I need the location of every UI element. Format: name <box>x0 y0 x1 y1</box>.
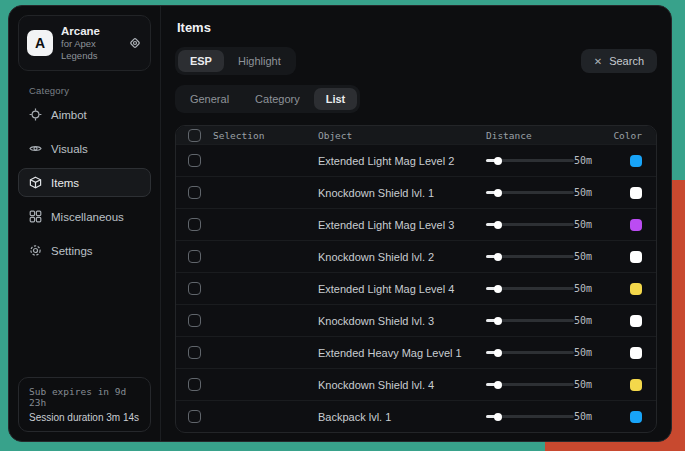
column-selection: Selection <box>213 130 264 141</box>
distance-slider[interactable] <box>486 287 574 290</box>
row-checkbox[interactable] <box>188 378 201 391</box>
subscription-card: Sub expires in 9d 23h Session duration 3… <box>18 377 151 432</box>
distance-slider[interactable] <box>486 255 574 258</box>
sidebar-item-aimbot[interactable]: Aimbot <box>18 100 151 129</box>
object-name: Extended Light Mag Level 2 <box>318 155 454 167</box>
slider-knob[interactable] <box>494 317 502 325</box>
color-swatch[interactable] <box>630 411 642 423</box>
color-swatch[interactable] <box>630 347 642 359</box>
object-name: Extended Heavy Mag Level 1 <box>318 347 462 359</box>
distance-slider[interactable] <box>486 191 574 194</box>
color-swatch[interactable] <box>630 379 642 391</box>
table-row: Extended Light Mag Level 4 50m <box>176 272 656 304</box>
distance-value: 50m <box>574 315 602 326</box>
distance-value: 50m <box>574 187 602 198</box>
column-object: Object <box>318 130 352 141</box>
gear-icon <box>29 244 42 257</box>
page-title: Items <box>177 20 657 35</box>
distance-value: 50m <box>574 411 602 422</box>
column-color: Color <box>613 130 642 141</box>
slider-knob[interactable] <box>494 253 502 261</box>
app-logo: A <box>27 30 53 56</box>
view-tabs: General Category List <box>175 85 360 113</box>
table-row: Backpack lvl. 1 50m <box>176 400 656 432</box>
color-swatch[interactable] <box>630 251 642 263</box>
table-row: Knockdown Shield lvl. 3 50m <box>176 304 656 336</box>
row-checkbox[interactable] <box>188 282 201 295</box>
distance-value: 50m <box>574 379 602 390</box>
sidebar-item-label: Aimbot <box>51 109 87 121</box>
distance-value: 50m <box>574 283 602 294</box>
distance-value: 50m <box>574 347 602 358</box>
row-checkbox[interactable] <box>188 186 201 199</box>
distance-slider[interactable] <box>486 159 574 162</box>
table-row: Knockdown Shield lvl. 4 50m <box>176 368 656 400</box>
app-subtitle: for Apex Legends <box>61 38 120 62</box>
package-icon <box>29 176 42 189</box>
table-row: Extended Light Mag Level 2 50m <box>176 144 656 176</box>
grid-icon <box>29 210 42 223</box>
distance-slider[interactable] <box>486 383 574 386</box>
color-swatch[interactable] <box>630 155 642 167</box>
row-checkbox[interactable] <box>188 250 201 263</box>
color-swatch[interactable] <box>630 315 642 327</box>
row-checkbox[interactable] <box>188 346 201 359</box>
search-button[interactable]: ✕ Search <box>581 49 657 73</box>
slider-knob[interactable] <box>494 189 502 197</box>
color-swatch[interactable] <box>630 219 642 231</box>
crosshair-icon <box>29 108 42 121</box>
column-distance: Distance <box>486 130 532 141</box>
row-checkbox[interactable] <box>188 314 201 327</box>
tab-category[interactable]: Category <box>243 88 312 110</box>
table-row: Extended Light Mag Level 3 50m <box>176 208 656 240</box>
row-checkbox[interactable] <box>188 154 201 167</box>
session-duration-text: Session duration 3m 14s <box>29 412 140 423</box>
slider-knob[interactable] <box>494 413 502 421</box>
slider-knob[interactable] <box>494 285 502 293</box>
sidebar-item-settings[interactable]: Settings <box>18 236 151 265</box>
tab-general[interactable]: General <box>178 88 241 110</box>
slider-knob[interactable] <box>494 221 502 229</box>
object-name: Backpack lvl. 1 <box>318 411 391 423</box>
select-all-checkbox[interactable] <box>188 129 201 142</box>
color-swatch[interactable] <box>630 187 642 199</box>
sidebar-item-label: Miscellaneous <box>51 211 124 223</box>
distance-value: 50m <box>574 251 602 262</box>
sidebar-nav: Aimbot Visuals Items <box>18 100 151 265</box>
search-icon: ✕ <box>594 56 602 67</box>
distance-value: 50m <box>574 219 602 230</box>
compass-icon[interactable] <box>128 36 142 50</box>
sidebar-item-miscellaneous[interactable]: Miscellaneous <box>18 202 151 231</box>
sidebar: A Arcane for Apex Legends Category <box>9 6 161 441</box>
tab-esp[interactable]: ESP <box>178 50 224 72</box>
app-title: Arcane <box>61 24 120 38</box>
distance-slider[interactable] <box>486 319 574 322</box>
slider-knob[interactable] <box>494 349 502 357</box>
slider-knob[interactable] <box>494 381 502 389</box>
color-swatch[interactable] <box>630 283 642 295</box>
distance-slider[interactable] <box>486 415 574 418</box>
distance-slider[interactable] <box>486 223 574 226</box>
sidebar-item-label: Visuals <box>51 143 88 155</box>
tab-list[interactable]: List <box>314 88 358 110</box>
object-name: Knockdown Shield lvl. 3 <box>318 315 434 327</box>
distance-slider[interactable] <box>486 351 574 354</box>
distance-value: 50m <box>574 155 602 166</box>
object-name: Knockdown Shield lvl. 4 <box>318 379 434 391</box>
row-checkbox[interactable] <box>188 410 201 423</box>
table-row: Extended Heavy Mag Level 1 50m <box>176 336 656 368</box>
sidebar-item-label: Settings <box>51 245 93 257</box>
table-body: Extended Light Mag Level 2 50m Knockdown… <box>176 144 656 432</box>
app-window: A Arcane for Apex Legends Category <box>8 5 672 442</box>
slider-knob[interactable] <box>494 157 502 165</box>
sidebar-item-visuals[interactable]: Visuals <box>18 134 151 163</box>
table-header: Selection Object Distance Color <box>176 126 656 144</box>
row-checkbox[interactable] <box>188 218 201 231</box>
category-section-label: Category <box>29 85 151 96</box>
sub-expiry-text: Sub expires in 9d 23h <box>29 386 140 408</box>
items-table: Selection Object Distance Color Extended… <box>175 125 657 433</box>
tab-highlight[interactable]: Highlight <box>226 50 293 72</box>
sidebar-item-label: Items <box>51 177 79 189</box>
sidebar-item-items[interactable]: Items <box>18 168 151 197</box>
object-name: Extended Light Mag Level 4 <box>318 283 454 295</box>
